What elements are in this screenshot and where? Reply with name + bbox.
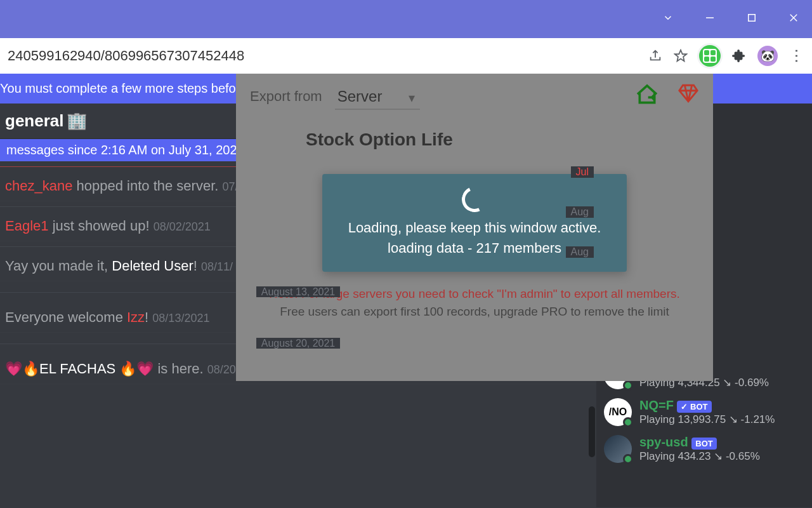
server-title: Stock Option Life [236,119,713,150]
svg-rect-1 [749,15,756,22]
extension-active-icon[interactable] [699,45,721,67]
maximize-icon[interactable] [746,12,757,26]
bot-badge: BOT [691,438,716,450]
status-dot-icon [623,417,633,427]
extension-popup: Export from Server Stock Option Life tar… [236,74,713,381]
username[interactable]: Deleted User [112,258,193,274]
browser-addressbar: 240599162940/806996567307452448 🐼 ⋯ [0,38,812,74]
channel-name: general [5,111,64,131]
export-scope-select[interactable]: Server [335,88,421,105]
bot-badge: ✓ BOT [677,401,711,413]
avatar: /NO [604,398,632,426]
activity-text: Playing 13,993.75 ↘ -1.21% [639,413,775,426]
extensions-icon[interactable] [732,49,746,63]
timestamp: 08/02/2021 [154,220,211,233]
avatar [604,435,632,463]
star-icon[interactable] [674,49,688,63]
activity-text: Playing 434.23 ↘ -0.65% [639,450,760,463]
minimize-icon[interactable] [704,12,716,26]
chevron-down-icon[interactable] [662,12,674,26]
timestamp: 08/13/2021 [152,312,209,324]
browser-menu-icon[interactable]: ⋯ [788,48,806,64]
spinner-icon [458,183,490,215]
profile-avatar[interactable]: 🐼 [757,46,778,66]
username[interactable]: Izz [127,309,145,325]
gem-icon[interactable] [678,83,699,110]
export-from-label: Export from [250,88,322,105]
member-row[interactable]: /NO NQ=F ✓ BOT Playing 13,993.75 ↘ -1.21… [604,398,804,426]
window-titlebar [0,0,812,38]
status-dot-icon [623,380,633,391]
close-icon[interactable] [788,12,799,26]
username[interactable]: 💗🔥EL FACHAS 🔥💗 [5,361,154,377]
home-export-icon[interactable] [634,83,660,110]
url-field[interactable]: 240599162940/806996567307452448 [8,48,641,64]
scrollbar-thumb[interactable] [589,406,595,457]
status-dot-icon [623,454,633,464]
timestamp: 08/11/ [201,260,233,273]
share-icon[interactable] [648,49,662,63]
member-name: spy-usd [639,435,688,449]
upgrade-note: Free users can export first 100 records,… [259,305,690,319]
member-row[interactable]: spy-usd BOT Playing 434.23 ↘ -0.65% [604,435,804,463]
username[interactable]: chez_kane [5,178,72,194]
member-name: NQ=F [639,398,674,412]
loading-text: Loading, please keep this window active. [341,220,608,236]
channel-emoji: 🏢 [67,111,87,131]
username[interactable]: Eagle1 [5,218,49,234]
